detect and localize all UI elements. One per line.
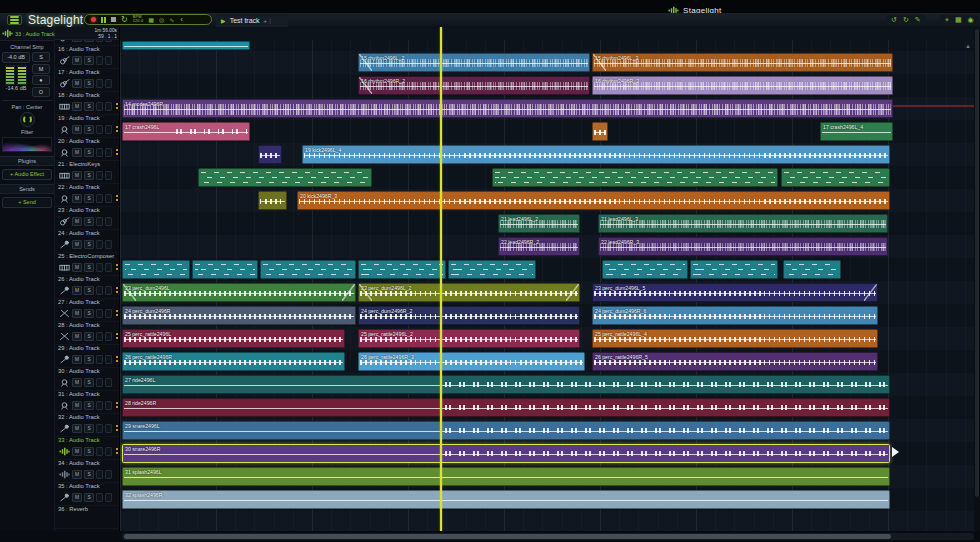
solo-button[interactable]: S	[84, 286, 94, 295]
track-row-31[interactable]: 31 : Audio TrackMS	[55, 390, 120, 414]
track-option-box[interactable]	[96, 470, 103, 479]
clip[interactable]	[260, 260, 356, 279]
track-row-26[interactable]: 26 : Audio TrackMS	[55, 275, 120, 299]
mute-button[interactable]: M	[72, 309, 82, 318]
menu-button[interactable]	[7, 15, 22, 25]
track-row-23[interactable]: 23 : Audio TrackMS	[55, 206, 120, 230]
clip[interactable]	[781, 168, 890, 187]
solo-button[interactable]: S	[84, 378, 94, 387]
clip[interactable]	[122, 260, 190, 279]
clip[interactable]	[602, 260, 688, 279]
playhead[interactable]	[440, 27, 442, 531]
tab-options-icon[interactable]: +⋮	[264, 17, 274, 24]
solo-button[interactable]: S	[84, 493, 94, 502]
clip-20-kick2496r_3[interactable]: 20 kick2496R_3	[297, 191, 890, 210]
add-audio-effect-button[interactable]: + Audio Effect	[2, 169, 52, 180]
track-row-25[interactable]: 25 : ElectroComposerMS	[55, 252, 120, 276]
track-option-box[interactable]	[96, 217, 103, 226]
clip-23-perc_dum2496l_2[interactable]: 23 perc_dum2496L_2	[358, 283, 580, 302]
mute-button[interactable]: M	[72, 378, 82, 387]
track-option-box[interactable]	[105, 493, 112, 502]
solo-button[interactable]: S	[84, 263, 94, 272]
solo-button[interactable]: S	[84, 171, 94, 180]
track-option-box[interactable]	[105, 332, 112, 341]
clip[interactable]	[198, 168, 372, 187]
clip-25-perc_rattle2496l[interactable]: 25 perc_rattle2496L	[122, 329, 345, 348]
clip-17-crash2496l_4[interactable]: 17 crash2496L_4	[820, 122, 893, 141]
monitor-button[interactable]: O	[32, 87, 50, 97]
track-option-box[interactable]	[105, 125, 112, 134]
track-option-box[interactable]	[96, 493, 103, 502]
vertical-scrollbar[interactable]	[974, 27, 980, 531]
clip-play-arrow[interactable]	[892, 447, 899, 457]
clip-21-lead2496l_3[interactable]: 21 lead2496L_3	[598, 214, 888, 233]
track-option-box[interactable]	[105, 79, 112, 88]
clip-14-modes2496r[interactable]: 14 modes2496R	[122, 99, 893, 118]
track-row-16[interactable]: 16 : Audio TrackMS	[55, 45, 120, 69]
track-row-18[interactable]: 18 : Audio TrackMS	[55, 91, 120, 115]
filter-spectrum-display[interactable]	[2, 137, 52, 152]
mute-button[interactable]: M	[72, 286, 82, 295]
clip-17-crash2496l[interactable]: 17 crash2496L	[122, 122, 250, 141]
horizontal-scrollbar[interactable]	[122, 533, 974, 540]
record-button[interactable]	[91, 17, 96, 22]
track-row-22[interactable]: 22 : Audio TrackMS	[55, 183, 120, 207]
clip[interactable]	[358, 260, 446, 279]
clip-22-lead2496r_3[interactable]: 22 lead2496R_3	[598, 237, 888, 256]
clip-24-perc_dum2496r[interactable]: 24 perc_dum2496R	[122, 306, 356, 325]
clip-32-splash2496r[interactable]: 32 splash2496R	[122, 490, 890, 509]
track-option-box[interactable]	[105, 424, 112, 433]
collapse-triangle-icon[interactable]: ▲	[965, 43, 971, 49]
solo-button[interactable]: S	[84, 56, 94, 65]
solo-button[interactable]: S	[84, 309, 94, 318]
clip-24-perc_dum2496r_6[interactable]: 24 perc_dum2496R_6	[592, 306, 878, 325]
clip-31-splash2496l[interactable]: 31 splash2496L	[122, 467, 890, 486]
clip-22-lead2496r_2[interactable]: 22 lead2496R_2	[498, 237, 580, 256]
track-row-17[interactable]: 17 : Audio TrackMS	[55, 68, 120, 92]
track-option-box[interactable]	[96, 102, 103, 111]
horizontal-scrollbar-thumb[interactable]	[124, 534, 891, 539]
track-row-28[interactable]: 28 : Audio TrackMS	[55, 321, 120, 345]
clip-21-lead2496l_2[interactable]: 21 lead2496L_2	[498, 214, 580, 233]
clip-26-perc_rattle2496r_5[interactable]: 26 perc_rattle2496R_5	[592, 352, 878, 371]
mute-button[interactable]: M	[72, 401, 82, 410]
track-option-box[interactable]	[105, 56, 112, 65]
clip[interactable]	[122, 41, 250, 50]
collapse-chevron-icon[interactable]: ‹	[180, 17, 183, 23]
grid-icon[interactable]: ▦	[955, 16, 962, 24]
track-option-box[interactable]	[96, 378, 103, 387]
track-row-24[interactable]: 24 : Audio TrackMS	[55, 229, 120, 253]
mute-button[interactable]: M	[72, 332, 82, 341]
track-option-box[interactable]	[96, 447, 103, 456]
key-icon[interactable]: ◎	[159, 17, 164, 23]
solo-button[interactable]: S	[84, 401, 94, 410]
clip[interactable]	[592, 122, 608, 141]
target-icon[interactable]: ⌖	[945, 16, 949, 24]
track-row-33[interactable]: 33 : Audio TrackMS	[55, 436, 120, 460]
track-row-29[interactable]: 29 : Audio TrackMS	[55, 344, 120, 368]
mute-button[interactable]: M	[72, 125, 82, 134]
solo-button[interactable]: S	[84, 79, 94, 88]
track-option-box[interactable]	[105, 401, 112, 410]
clip-28-ride2496r[interactable]: 28 ride2496R	[122, 398, 890, 417]
mute-button[interactable]: M	[72, 470, 82, 479]
solo-button[interactable]: S	[32, 52, 50, 62]
clip[interactable]	[192, 260, 258, 279]
track-option-box[interactable]	[96, 332, 103, 341]
track-option-box[interactable]	[105, 217, 112, 226]
pan-knob[interactable]	[20, 112, 35, 127]
clip-15-rhythm2496l_3[interactable]: 15 rhythm2496L_3	[592, 53, 893, 72]
solo-button[interactable]: S	[84, 424, 94, 433]
track-option-box[interactable]	[105, 171, 112, 180]
grid-snap-icon[interactable]: ▦	[148, 17, 154, 23]
undo-icon[interactable]: ↺	[891, 16, 897, 24]
clip-24-perc_dum2496r_2[interactable]: 24 perc_dum2496R_2	[358, 306, 580, 325]
track-option-box[interactable]	[96, 171, 103, 180]
song-tab[interactable]: ▶ Test track +⋮	[216, 14, 288, 27]
solo-button[interactable]: S	[84, 217, 94, 226]
track-row-21[interactable]: 21 : ElectroKeysMS	[55, 160, 120, 184]
clip-19-kick2496l_4[interactable]: 19 kick2496L_4	[302, 145, 890, 164]
track-option-box[interactable]	[105, 102, 112, 111]
clip-29-snare2496l[interactable]: 29 snare2496L	[122, 421, 890, 440]
clip-30-snare2496r[interactable]: 30 snare2496R	[122, 444, 890, 463]
